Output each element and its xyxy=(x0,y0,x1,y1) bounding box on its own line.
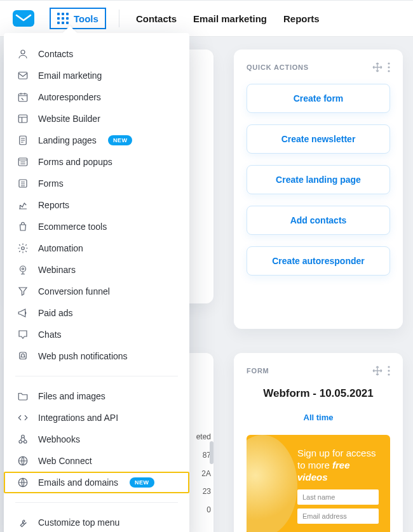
menu-item-integrations-and-api[interactable]: Integrations and API xyxy=(4,407,189,429)
menu-label: Autoresponders xyxy=(38,92,101,102)
form-card: FORM Webform - 10.05.2021 All time Sign … xyxy=(234,353,403,532)
menu-label: Web push notifications xyxy=(38,351,128,361)
megaphone-icon xyxy=(17,307,29,319)
layout-icon xyxy=(17,112,29,125)
menu-label: Integrations and API xyxy=(38,413,118,423)
svg-point-14 xyxy=(22,247,25,250)
menu-label: Webinars xyxy=(38,265,76,275)
menu-item-forms[interactable]: Forms xyxy=(4,173,189,194)
menu-item-web-push-notifications[interactable]: Web push notifications xyxy=(4,345,189,367)
menu-item-landing-pages[interactable]: Landing pagesNEW xyxy=(4,130,189,151)
svg-point-7 xyxy=(21,50,25,54)
tools-menu-button[interactable]: Tools xyxy=(50,8,106,29)
menu-item-contacts[interactable]: Contacts xyxy=(4,43,189,65)
primary-nav: Contacts Email marketing Reports xyxy=(136,13,320,24)
gear-icon xyxy=(17,242,29,255)
signup-headline: Sign up for access to more free videos xyxy=(297,448,379,483)
qa-create-landing-page[interactable]: Create landing page xyxy=(247,165,390,194)
menu-label: Contacts xyxy=(38,49,73,59)
qa-add-contacts[interactable]: Add contacts xyxy=(247,206,390,235)
email-field[interactable]: Email address xyxy=(297,509,379,524)
menu-item-emails-and-domains[interactable]: Emails and domainsNEW xyxy=(4,472,189,493)
svg-point-1 xyxy=(388,62,389,64)
globe-icon xyxy=(17,455,29,467)
menu-item-autoresponders[interactable]: Autoresponders xyxy=(4,86,189,108)
code-icon xyxy=(17,411,29,424)
svg-rect-8 xyxy=(18,72,27,79)
svg-point-4 xyxy=(388,366,389,368)
menu-item-web-connect[interactable]: Web Connect xyxy=(4,450,189,472)
webcam-icon xyxy=(17,263,29,276)
bag-icon xyxy=(17,220,29,233)
brand-logo[interactable] xyxy=(10,7,37,30)
webhook-icon xyxy=(17,433,29,446)
kebab-icon[interactable] xyxy=(388,62,390,72)
qa-create-form[interactable]: Create form xyxy=(247,84,390,113)
page-icon xyxy=(17,134,29,147)
menu-item-website-builder[interactable]: Website Builder xyxy=(4,108,189,130)
menu-label: Paid ads xyxy=(38,308,72,318)
menu-item-files-and-images[interactable]: Files and images xyxy=(4,385,189,407)
menu-label: Reports xyxy=(38,200,69,210)
top-nav: Tools Contacts Email marketing Reports xyxy=(0,0,413,37)
menu-item-automation[interactable]: Automation xyxy=(4,237,189,259)
menu-item-paid-ads[interactable]: Paid ads xyxy=(4,302,189,324)
svg-point-5 xyxy=(388,369,389,371)
form-popup-icon xyxy=(17,156,29,168)
envelope-icon xyxy=(17,69,29,82)
menu-label: Emails and domains xyxy=(38,477,118,488)
menu-item-webinars[interactable]: Webinars xyxy=(4,259,189,281)
menu-item-webhooks[interactable]: Webhooks xyxy=(4,429,189,450)
svg-point-19 xyxy=(24,441,27,444)
bell-icon xyxy=(17,350,29,362)
divider xyxy=(15,376,178,376)
menu-item-email-marketing[interactable]: Email marketing xyxy=(4,65,189,86)
tools-label: Tools xyxy=(74,13,98,24)
menu-label: Automation xyxy=(38,243,83,253)
qa-create-autoresponder[interactable]: Create autoresponder xyxy=(247,246,390,276)
menu-label: Forms xyxy=(38,178,64,189)
menu-label: Landing pages xyxy=(38,135,97,145)
menu-label: Email marketing xyxy=(38,70,102,81)
globe-icon xyxy=(17,476,29,489)
qa-create-newsletter[interactable]: Create newsletter xyxy=(247,124,390,154)
svg-point-15 xyxy=(20,266,26,272)
menu-label: Customize top menu xyxy=(38,517,119,528)
calendar-icon xyxy=(17,91,29,103)
nav-reports[interactable]: Reports xyxy=(283,13,320,24)
person-icon xyxy=(17,48,29,60)
move-icon[interactable] xyxy=(372,62,383,72)
menu-label: Webhooks xyxy=(38,434,80,444)
menu-item-conversion-funnel[interactable]: Conversion funnel xyxy=(4,281,189,302)
menu-label: Ecommerce tools xyxy=(38,222,107,232)
svg-rect-0 xyxy=(13,10,34,27)
menu-label: Conversion funnel xyxy=(38,286,110,296)
tools-dropdown: ContactsEmail marketingAutorespondersWeb… xyxy=(4,33,189,532)
menu-item-customize-top-menu[interactable]: Customize top menu xyxy=(4,512,189,532)
funnel-icon xyxy=(17,285,29,298)
menu-item-ecommerce-tools[interactable]: Ecommerce tools xyxy=(4,216,189,237)
form-range-link[interactable]: All time xyxy=(247,413,390,422)
chart-icon xyxy=(17,199,29,211)
menu-item-reports[interactable]: Reports xyxy=(4,194,189,216)
menu-item-chats[interactable]: Chats xyxy=(4,324,189,345)
menu-label: Website Builder xyxy=(38,114,100,124)
last-name-field[interactable]: Last name xyxy=(297,489,379,505)
quick-actions-card: QUICK ACTIONS Create form Create newslet… xyxy=(234,50,403,329)
form-preview: Sign up for access to more free videos L… xyxy=(247,435,390,532)
svg-point-2 xyxy=(388,66,389,68)
nav-email-marketing[interactable]: Email marketing xyxy=(193,13,267,24)
nav-contacts[interactable]: Contacts xyxy=(136,13,177,24)
svg-point-3 xyxy=(388,70,389,72)
scrollbar-thumb[interactable] xyxy=(210,441,213,464)
menu-item-forms-and-popups[interactable]: Forms and popups xyxy=(4,151,189,173)
kebab-icon[interactable] xyxy=(388,366,390,376)
svg-rect-17 xyxy=(20,352,27,359)
folder-icon xyxy=(17,390,29,402)
svg-point-18 xyxy=(19,441,22,444)
form-heading: Webform - 10.05.2021 xyxy=(247,387,390,400)
svg-rect-9 xyxy=(18,94,27,102)
move-icon[interactable] xyxy=(372,366,383,376)
divider xyxy=(119,10,119,27)
wrench-icon xyxy=(17,516,29,529)
